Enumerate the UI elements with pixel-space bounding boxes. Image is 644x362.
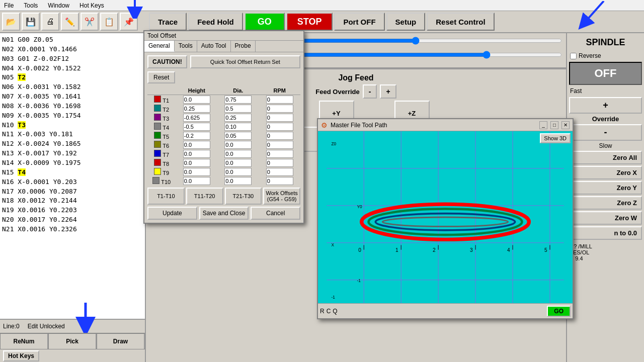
tab-auto-tool[interactable]: Auto Tool bbox=[197, 41, 231, 52]
save-button[interactable]: 💾 bbox=[22, 13, 40, 31]
zero-y-button[interactable]: Zero Y bbox=[569, 181, 642, 195]
tool-rpm[interactable] bbox=[259, 167, 300, 176]
tool-dia[interactable] bbox=[217, 149, 259, 158]
tool-height[interactable] bbox=[176, 131, 217, 140]
open-button[interactable]: 📂 bbox=[2, 13, 20, 31]
tool-height[interactable] bbox=[176, 140, 217, 149]
stop-button[interactable]: STOP bbox=[286, 13, 333, 31]
caution-button[interactable]: CAUTION! bbox=[147, 55, 187, 68]
menu-hotkeys[interactable]: Hot Keys bbox=[77, 1, 106, 10]
pick-button[interactable]: Pick bbox=[48, 333, 97, 349]
show3d-button[interactable]: Show 3D bbox=[540, 133, 571, 143]
zero-z-button[interactable]: Zero Z bbox=[569, 196, 642, 210]
toolpath-maximize[interactable]: □ bbox=[550, 121, 558, 129]
tool-rpm[interactable] bbox=[259, 176, 300, 186]
tool-height[interactable] bbox=[176, 167, 217, 176]
spindle-reverse-checkbox[interactable] bbox=[570, 53, 577, 59]
tool-id: T9 bbox=[147, 167, 176, 176]
tool-height[interactable] bbox=[176, 122, 217, 131]
draw-button[interactable]: Draw bbox=[97, 333, 145, 349]
cancel-button[interactable]: Cancel bbox=[251, 207, 300, 220]
tool-reset-button[interactable]: Reset bbox=[147, 71, 175, 83]
renum-button[interactable]: ReNum bbox=[0, 333, 48, 349]
feed-override-plus[interactable]: + bbox=[380, 84, 396, 99]
setup-button[interactable]: Setup bbox=[386, 13, 426, 31]
spindle-override-label: Override bbox=[569, 115, 642, 123]
tool-rpm[interactable] bbox=[259, 140, 300, 149]
edit-button[interactable]: ✏️ bbox=[61, 13, 79, 31]
cut-button[interactable]: ✂️ bbox=[80, 13, 99, 31]
tool-dia[interactable] bbox=[217, 113, 259, 122]
tool-rpm[interactable] bbox=[259, 131, 300, 140]
quick-tool-button[interactable]: Quick Tool Offset Return Set bbox=[190, 55, 300, 68]
range-t11-t20[interactable]: T11-T20 bbox=[186, 188, 223, 205]
toolpath-footer: R C Q GO bbox=[318, 303, 573, 318]
toolpath-go-button[interactable]: GO bbox=[547, 306, 571, 317]
zero-all-button[interactable]: Zero All bbox=[569, 151, 642, 164]
tool-rpm[interactable] bbox=[259, 122, 300, 131]
tool-dia[interactable] bbox=[217, 176, 259, 186]
feedhold-button[interactable]: Feed Hold bbox=[188, 13, 243, 31]
menu-tools[interactable]: Tools bbox=[22, 1, 40, 10]
col-tool bbox=[147, 86, 176, 95]
save-close-button[interactable]: Save and Close bbox=[199, 207, 249, 220]
tool-dia[interactable] bbox=[217, 95, 259, 105]
spindle-override-minus[interactable]: - bbox=[569, 124, 642, 141]
relative-slider[interactable] bbox=[269, 37, 562, 45]
to-zero-button[interactable]: n to 0.0 bbox=[569, 226, 642, 240]
tool-dia[interactable] bbox=[217, 167, 259, 176]
go-button[interactable]: GO bbox=[245, 13, 285, 31]
spindle-override-plus[interactable]: + bbox=[569, 97, 642, 114]
paste-button[interactable]: 📌 bbox=[120, 13, 138, 31]
reset-control-button[interactable]: Reset Control bbox=[427, 13, 494, 31]
tool-dia[interactable] bbox=[217, 122, 259, 131]
range-work-offsets[interactable]: Work Offsets (G54 - G59) bbox=[263, 188, 300, 205]
toolpath-close[interactable]: ✕ bbox=[561, 121, 570, 129]
code-line: N01 G00 Z0.05 bbox=[2, 35, 143, 45]
code-line: N07 X-0.0035 Y0.1641 bbox=[2, 92, 143, 102]
menu-window[interactable]: Window bbox=[46, 1, 71, 10]
tool-height[interactable] bbox=[176, 149, 217, 158]
code-line: N04 X-0.0022 Y0.1522 bbox=[2, 64, 143, 73]
zero-x-button[interactable]: Zero X bbox=[569, 166, 642, 179]
tool-dia[interactable] bbox=[217, 104, 259, 113]
coolant-slider[interactable] bbox=[269, 51, 562, 59]
range-t21-t30[interactable]: T21-T30 bbox=[225, 188, 262, 205]
svg-text:-1: -1 bbox=[357, 278, 361, 283]
tool-rpm[interactable] bbox=[259, 158, 300, 167]
copy-button[interactable]: 📋 bbox=[100, 13, 118, 31]
code-line: N12 X-0.0024 Y0.1865 bbox=[2, 139, 143, 149]
zero-w-button[interactable]: Zero W bbox=[569, 211, 642, 225]
menu-file[interactable]: File bbox=[2, 1, 16, 10]
tool-rpm[interactable] bbox=[259, 149, 300, 158]
print-button[interactable]: 🖨 bbox=[41, 13, 59, 31]
toolpath-titlebar: ⚙ Master File Tool Path _ □ ✕ bbox=[318, 119, 573, 131]
tab-general[interactable]: General bbox=[144, 41, 175, 52]
tool-dia[interactable] bbox=[217, 158, 259, 167]
tool-id: T10 bbox=[147, 176, 176, 186]
tool-height[interactable] bbox=[176, 95, 217, 105]
trace-button[interactable]: Trace bbox=[149, 13, 187, 31]
spindle-status: OFF bbox=[569, 62, 642, 85]
tool-row: T4 bbox=[147, 122, 300, 131]
update-button[interactable]: Update bbox=[147, 207, 197, 220]
tool-rpm[interactable] bbox=[259, 113, 300, 122]
tab-tools[interactable]: Tools bbox=[175, 41, 197, 52]
tool-height[interactable] bbox=[176, 104, 217, 113]
tool-dia[interactable] bbox=[217, 140, 259, 149]
toolpath-minimize[interactable]: _ bbox=[539, 121, 547, 129]
tool-height[interactable] bbox=[176, 113, 217, 122]
tool-rpm[interactable] bbox=[259, 95, 300, 105]
tool-height[interactable] bbox=[176, 158, 217, 167]
tab-probe[interactable]: Probe bbox=[231, 41, 256, 52]
tool-height[interactable] bbox=[176, 176, 217, 186]
tool-dia[interactable] bbox=[217, 131, 259, 140]
hotkeys-button[interactable]: Hot Keys bbox=[3, 350, 39, 361]
range-t1-t10[interactable]: T1-T10 bbox=[147, 188, 185, 205]
tool-rpm[interactable] bbox=[259, 104, 300, 113]
code-buttons: ReNum Pick Draw bbox=[0, 333, 145, 349]
tool-row: T8 bbox=[147, 158, 300, 167]
port-button[interactable]: Port OFF bbox=[334, 13, 384, 31]
tool-row: T3 bbox=[147, 113, 300, 122]
feed-override-minus[interactable]: - bbox=[363, 84, 377, 99]
